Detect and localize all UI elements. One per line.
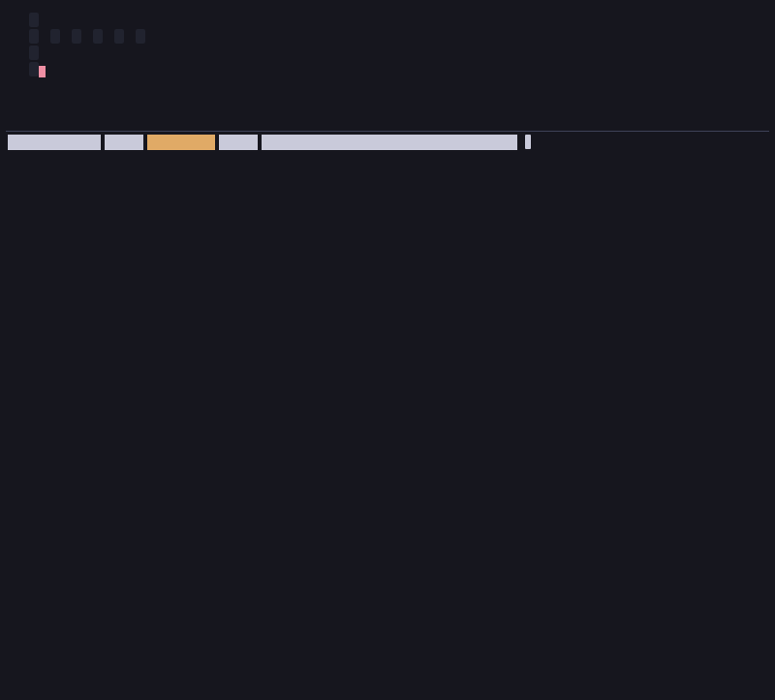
footer-panel (0, 152, 775, 191)
table-header (8, 135, 775, 150)
keybinding-hints (29, 175, 775, 191)
efficiency-bar-fail (39, 66, 46, 77)
separator (103, 33, 114, 46)
efficiency-line (29, 62, 775, 78)
separator (60, 33, 72, 46)
function-table (0, 135, 775, 150)
samples-line (29, 46, 775, 62)
header-panel (0, 0, 775, 128)
interval-field (114, 29, 124, 44)
column-header-nsamples[interactable] (8, 135, 105, 150)
top3-line (29, 111, 775, 128)
thread-field[interactable] (50, 29, 60, 44)
functions-line (29, 95, 775, 111)
tachyon-profiler-app (0, 0, 775, 700)
efficiency-field (29, 62, 39, 76)
status-bar (29, 29, 775, 46)
horizontal-divider (6, 131, 769, 132)
separator (81, 33, 93, 46)
file-line-header-chip (525, 135, 531, 149)
column-header-pct-cumulative[interactable] (219, 135, 262, 150)
uptime-field (72, 29, 81, 44)
samples-rate-bar (39, 49, 223, 61)
time-field (93, 29, 103, 44)
efficiency-bar (39, 66, 380, 77)
title-line (29, 13, 775, 29)
app-title (29, 13, 39, 27)
separator (39, 33, 50, 46)
pid-field (29, 29, 39, 44)
column-header-function[interactable] (262, 135, 521, 150)
samples-field (29, 46, 39, 60)
column-header-pct-direct[interactable] (105, 135, 147, 150)
separator (124, 33, 136, 46)
column-header-tottime-sorted[interactable] (147, 135, 219, 150)
display-field (136, 29, 145, 44)
column-header-file-line[interactable] (521, 135, 775, 150)
threads-line (29, 78, 775, 95)
nsamples-legend (29, 160, 775, 175)
